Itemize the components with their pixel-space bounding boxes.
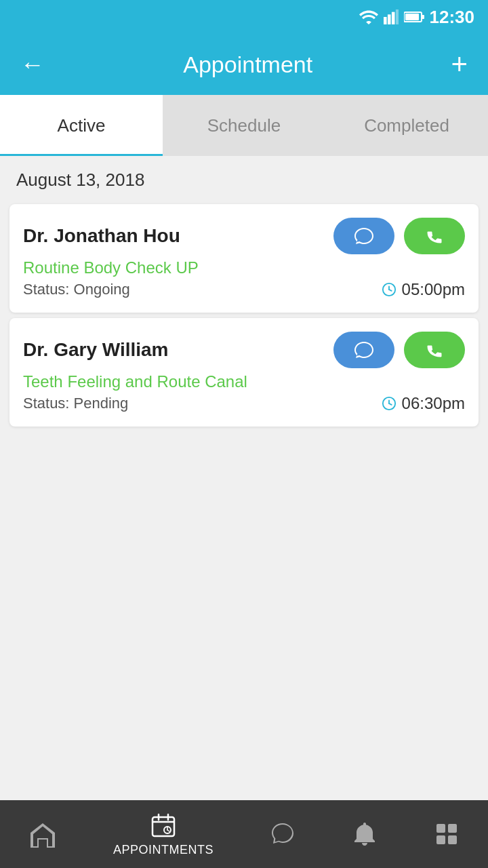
clock-icon-1	[382, 282, 396, 297]
page-title: Appointment	[183, 52, 312, 78]
svg-rect-13	[152, 817, 174, 836]
phone-icon-1	[425, 226, 444, 245]
phone-icon-2	[425, 340, 444, 359]
appointment-card-2: Dr. Gary William Teeth Feeling and Route…	[9, 318, 479, 427]
appointment-status-1: Status: Ongoing	[23, 281, 130, 298]
nav-notifications[interactable]	[352, 821, 378, 848]
grid-icon	[433, 821, 460, 848]
wifi-icon	[359, 9, 378, 24]
appointments-icon	[148, 812, 178, 839]
battery-icon	[404, 11, 424, 23]
tab-schedule[interactable]: Schedule	[163, 95, 325, 156]
back-button[interactable]: ←	[20, 50, 45, 79]
card-top-2: Dr. Gary William	[23, 332, 465, 368]
tab-active[interactable]: Active	[0, 95, 163, 156]
nav-chat[interactable]	[269, 821, 296, 848]
appointment-type-2: Teeth Feeling and Route Canal	[23, 372, 465, 391]
nav-appointments[interactable]: APPOINTMENTS	[113, 812, 214, 857]
nav-grid[interactable]	[433, 821, 460, 848]
header: ← Appointment +	[0, 34, 488, 95]
svg-rect-0	[384, 17, 387, 24]
status-bar: 12:30	[0, 0, 488, 34]
svg-rect-5	[405, 14, 419, 20]
svg-rect-23	[448, 835, 457, 844]
chat-button-1[interactable]	[333, 218, 394, 254]
card-actions-2	[333, 332, 465, 368]
home-icon	[28, 821, 58, 848]
chat-nav-icon	[269, 821, 296, 848]
nav-home[interactable]	[28, 821, 58, 848]
bell-icon	[352, 821, 378, 848]
appointment-time-2: 06:30pm	[382, 394, 465, 413]
card-status-row-2: Status: Pending 06:30pm	[23, 394, 465, 413]
chat-icon-1	[354, 226, 374, 245]
doctor-name-1: Dr. Jonathan Hou	[23, 225, 180, 247]
tab-completed[interactable]: Completed	[325, 95, 488, 156]
chat-icon-2	[354, 340, 374, 359]
clock-icon-2	[382, 396, 396, 411]
card-actions-1	[333, 218, 465, 254]
tabs-container: Active Schedule Completed	[0, 95, 488, 156]
svg-rect-21	[448, 824, 457, 833]
signal-icon	[384, 9, 399, 24]
svg-line-19	[167, 830, 169, 831]
nav-appointments-label: APPOINTMENTS	[113, 843, 214, 857]
appointment-card-1: Dr. Jonathan Hou Routine Body Check UP S…	[9, 204, 479, 313]
bottom-nav: APPOINTMENTS	[0, 800, 488, 868]
doctor-name-2: Dr. Gary William	[23, 339, 169, 361]
svg-rect-6	[422, 15, 424, 19]
svg-rect-22	[436, 835, 445, 844]
svg-line-12	[389, 403, 392, 405]
svg-rect-3	[395, 9, 398, 24]
call-button-2[interactable]	[404, 332, 465, 368]
chat-button-2[interactable]	[333, 332, 394, 368]
date-header: August 13, 2018	[0, 156, 488, 199]
card-status-row-1: Status: Ongoing 05:00pm	[23, 280, 465, 299]
card-top-1: Dr. Jonathan Hou	[23, 218, 465, 254]
status-icons: 12:30	[359, 7, 475, 28]
call-button-1[interactable]	[404, 218, 465, 254]
svg-rect-1	[387, 14, 390, 24]
appointment-type-1: Routine Body Check UP	[23, 258, 465, 277]
svg-rect-2	[391, 12, 394, 24]
svg-line-9	[389, 290, 392, 291]
appointment-time-1: 05:00pm	[382, 280, 465, 299]
status-time: 12:30	[430, 7, 475, 28]
add-button[interactable]: +	[451, 50, 468, 79]
svg-rect-20	[436, 824, 445, 833]
appointment-status-2: Status: Pending	[23, 395, 128, 412]
